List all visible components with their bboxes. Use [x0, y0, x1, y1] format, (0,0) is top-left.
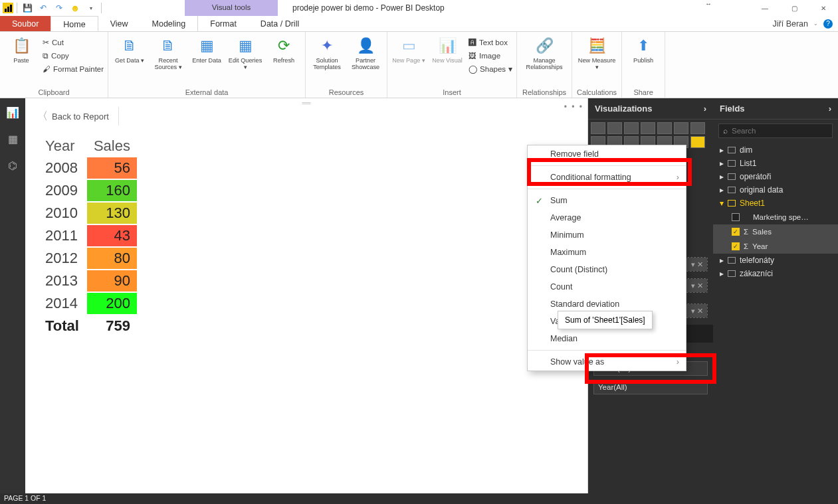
shapes-icon: ◯	[469, 64, 477, 74]
copy-button[interactable]: ⧉Copy	[43, 49, 104, 62]
paste-icon: 📋	[11, 36, 31, 56]
new-page-button[interactable]: ▭New Page ▾	[391, 35, 426, 64]
visual-type-button[interactable]	[674, 122, 688, 134]
table-node[interactable]: ▸List1	[713, 157, 838, 170]
data-view-icon[interactable]: ▦	[5, 131, 20, 146]
collapse-pane-icon[interactable]: ›	[704, 104, 706, 114]
maximize-button[interactable]: ▢	[780, 0, 809, 16]
qat-dropdown-icon[interactable]: ▾	[86, 3, 96, 13]
more-options-icon[interactable]: • • •	[564, 102, 583, 112]
datadrill-tab[interactable]: Data / Drill	[249, 16, 311, 31]
visual-type-button[interactable]	[591, 122, 605, 134]
table-row[interactable]: 2014200	[39, 293, 137, 314]
image-button[interactable]: 🖼Image	[469, 49, 512, 62]
table-node[interactable]: ▸dim	[713, 143, 838, 157]
table-node-sheet1[interactable]: ▾Sheet1	[713, 197, 838, 210]
format-painter-button[interactable]: 🖌Format Painter	[43, 62, 104, 76]
table-row[interactable]: 2009160	[39, 180, 137, 201]
getdata-icon: 🗎	[120, 36, 140, 56]
file-tab[interactable]: Soubor	[0, 16, 51, 31]
publish-button[interactable]: ⬆Publish	[626, 35, 661, 64]
visual-type-button[interactable]	[690, 122, 705, 134]
collapse-pane-icon[interactable]: ›	[829, 104, 831, 114]
table-row[interactable]: 200856	[39, 157, 137, 179]
ribbon-group-clipboard: 📋Paste ✂Cut ⧉Copy 🖌Format Painter Clipbo…	[0, 32, 108, 98]
separator	[101, 3, 102, 13]
enter-data-button[interactable]: ▦Enter Data	[189, 35, 224, 64]
save-icon[interactable]: 💾	[22, 3, 33, 13]
search-box[interactable]: ⌕	[718, 124, 833, 138]
paste-button[interactable]: 📋Paste	[4, 35, 39, 64]
table-node[interactable]: ▸telefonáty	[713, 254, 838, 267]
ctx-sum[interactable]: Sum	[528, 192, 686, 209]
redo-icon[interactable]: ↷	[54, 3, 64, 13]
expand-icon: ▸	[720, 145, 724, 155]
view-tab[interactable]: View	[98, 16, 140, 31]
partner-showcase-button[interactable]: 👤Partner Showcase	[348, 35, 383, 70]
table-node[interactable]: ▸operátoři	[713, 170, 838, 183]
solution-templates-button[interactable]: ✦Solution Templates	[310, 35, 344, 70]
undo-icon[interactable]: ↶	[38, 3, 49, 13]
modeling-tab[interactable]: Modeling	[140, 16, 198, 31]
measure-icon: 🧮	[587, 36, 607, 56]
close-button[interactable]: ✕	[809, 0, 838, 16]
search-input[interactable]	[732, 127, 811, 135]
ctx-minimum[interactable]: Minimum	[528, 226, 686, 244]
checkbox-icon[interactable]: ✓	[732, 242, 740, 250]
table-row[interactable]: 2010130	[39, 203, 137, 224]
checkbox-icon[interactable]	[732, 213, 740, 221]
visual-type-button[interactable]	[624, 122, 639, 134]
link-icon: 🔗	[534, 36, 554, 56]
table-node[interactable]: ▸zákazníci	[713, 267, 838, 280]
user-dropdown-icon[interactable]: ⌄	[813, 21, 818, 27]
help-icon[interactable]: ?	[823, 19, 833, 29]
ctx-average[interactable]: Average	[528, 209, 686, 226]
field-item[interactable]: ✓ΣYear	[713, 239, 838, 254]
model-view-icon[interactable]: ⌬	[5, 158, 20, 173]
format-tab[interactable]: Format	[198, 16, 249, 31]
table-icon	[728, 147, 736, 153]
cell-sales: 80	[87, 248, 137, 269]
ctx-count-distinct[interactable]: Count (Distinct)	[528, 261, 686, 278]
visual-type-button[interactable]	[641, 122, 655, 134]
visual-type-button[interactable]	[657, 122, 672, 134]
visual-type-button[interactable]	[690, 136, 705, 148]
edit-queries-button[interactable]: ▦Edit Queries ▾	[228, 35, 262, 70]
table-row[interactable]: 201390	[39, 270, 137, 292]
highlight-box	[585, 353, 716, 384]
table-row[interactable]: 201280	[39, 248, 137, 269]
cut-button[interactable]: ✂Cut	[43, 36, 104, 49]
expand-icon: ▸	[720, 185, 724, 195]
new-measure-button[interactable]: 🧮New Measure ▾	[576, 35, 617, 70]
field-item[interactable]: ✓ΣSales	[713, 224, 838, 239]
home-tab[interactable]: Home	[51, 16, 98, 31]
new-visual-button[interactable]: 📊New Visual	[430, 35, 465, 64]
minimize-button[interactable]: ―	[750, 0, 780, 16]
recent-sources-button[interactable]: 🗎Recent Sources ▾	[151, 35, 185, 70]
visual-type-button[interactable]	[607, 122, 622, 134]
table-icon	[728, 270, 736, 277]
col-sales-header[interactable]: Sales	[87, 137, 137, 156]
user-name[interactable]: Jiří Beran	[773, 19, 809, 29]
checkbox-icon[interactable]: ✓	[732, 228, 740, 236]
col-year-header[interactable]: Year	[39, 137, 86, 156]
smiley-icon[interactable]: ☻	[70, 3, 80, 13]
ctx-count[interactable]: Count	[528, 278, 686, 295]
report-view-icon[interactable]: 📊	[5, 105, 20, 120]
ctx-median[interactable]: Median	[528, 330, 686, 347]
refresh-button[interactable]: ⟳Refresh	[266, 35, 301, 64]
back-to-report-button[interactable]: 〈 Back to Report	[37, 107, 119, 126]
shapes-button[interactable]: ◯Shapes ▾	[469, 62, 512, 76]
highlight-box	[527, 158, 692, 186]
field-item[interactable]: Marketing spe…	[713, 210, 838, 224]
person-icon: 👤	[356, 36, 375, 56]
textbox-button[interactable]: 🅰Text box	[469, 36, 512, 49]
cell-year: 2012	[39, 248, 86, 269]
table-node[interactable]: ▸original data	[713, 183, 838, 197]
get-data-button[interactable]: 🗎Get Data ▾	[112, 35, 147, 64]
fields-header: Fields ›	[713, 98, 838, 120]
cut-icon: ✂	[43, 38, 49, 47]
manage-relationships-button[interactable]: 🔗Manage Relationships	[521, 35, 568, 70]
ctx-maximum[interactable]: Maximum	[528, 244, 686, 261]
table-row[interactable]: 201143	[39, 225, 137, 246]
